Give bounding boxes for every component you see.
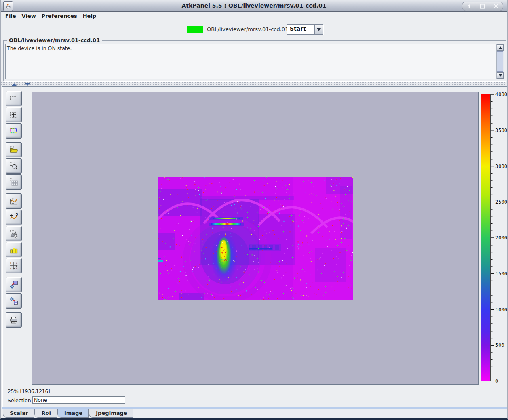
axes-settings-button[interactable]: LrrL (6, 258, 22, 273)
scroll-up-button[interactable] (497, 44, 504, 51)
combobox-arrow-button[interactable] (314, 25, 323, 34)
image-viewer-panel: 2LrrL (2, 86, 508, 407)
split-pane-divider[interactable] (1, 82, 507, 86)
command-selected-value: Start (287, 25, 314, 34)
color-scale-label: 500 (495, 342, 508, 348)
colormap-selection-button[interactable] (6, 123, 22, 139)
statistics-button[interactable] (6, 242, 22, 257)
menu-bar: FileViewPreferencesHelp (1, 12, 507, 20)
tab-roi[interactable]: Roi (34, 409, 57, 418)
device-name-label: OBL/liveviewer/mrsv.01-ccd.01 (207, 26, 288, 32)
close-button[interactable] (491, 3, 500, 10)
menu-help[interactable]: Help (82, 13, 101, 19)
move-selection-icon (8, 109, 19, 120)
color-scale-label: 2500 (495, 199, 508, 205)
color-scale-label: 1000 (495, 307, 508, 313)
menu-view[interactable]: View (21, 13, 40, 19)
atkpanel-window: AtkPanel 5.5 : OBL/liveviewer/mrsv.01-cc… (0, 0, 508, 420)
axes-settings-icon: LrrL (8, 260, 19, 271)
selection-label: Selection (8, 397, 31, 403)
color-scale-label: 4000 (495, 92, 508, 97)
color-scale-label: 3500 (495, 128, 508, 133)
triangle-up-icon (499, 46, 502, 49)
color-scale-gradient (481, 94, 491, 381)
colormap-selection-icon (8, 126, 19, 136)
maximize-button[interactable] (478, 3, 487, 10)
color-scale-label: 0 (495, 378, 508, 384)
save-settings-button[interactable] (6, 293, 22, 309)
arrow-up-icon (466, 4, 472, 9)
scrollbar-thumb[interactable] (497, 51, 503, 72)
window-title: AtkPanel 5.5 : OBL/liveviewer/mrsv.01-cc… (1, 0, 507, 11)
tab-scalar[interactable]: Scalar (3, 409, 34, 418)
zoom-selection-button[interactable] (6, 158, 22, 174)
color-scale: 40003500300025002000150010005000 (480, 92, 507, 385)
shade-button[interactable] (465, 3, 474, 10)
menu-file[interactable]: File (4, 13, 21, 19)
splitter-collapse-down-icon[interactable] (25, 83, 30, 86)
menu-preferences[interactable]: Preferences (40, 13, 82, 19)
print-icon (8, 315, 19, 325)
close-icon (493, 4, 499, 9)
chevron-down-icon (317, 28, 321, 31)
histogram-icon (8, 228, 19, 239)
tab-image[interactable]: Image (57, 409, 89, 418)
ccd-image[interactable] (158, 177, 353, 300)
line-profile-2-button[interactable]: 2 (6, 210, 22, 225)
maximize-icon (480, 4, 485, 9)
scroll-down-button[interactable] (497, 72, 504, 79)
zoom-status: 25% [1936,1216] (8, 388, 50, 394)
svg-text:L: L (16, 267, 18, 270)
triangle-down-icon (499, 74, 502, 77)
tab-jpegimage[interactable]: JpegImage (89, 409, 133, 418)
title-bar[interactable]: AtkPanel 5.5 : OBL/liveviewer/mrsv.01-cc… (1, 0, 507, 12)
line-profile-1-icon (8, 196, 19, 206)
ccd-beam-spot (211, 233, 238, 283)
color-scale-label: 3000 (495, 164, 508, 169)
device-status-groupbox: OBL/liveviewer/mrsv.01-ccd.01 The device… (3, 40, 506, 81)
open-file-icon (8, 145, 19, 155)
table-view-icon (8, 177, 19, 187)
color-scale-label: 1500 (495, 271, 508, 277)
status-message[interactable]: The device is in ON state. (6, 44, 496, 79)
load-settings-button[interactable] (6, 277, 22, 292)
select-rectangle-icon (8, 93, 19, 104)
device-state-led (187, 26, 203, 33)
move-selection-button[interactable] (6, 107, 22, 122)
color-scale-ticks (491, 94, 495, 381)
open-file-button[interactable] (6, 142, 22, 158)
svg-text:L: L (10, 262, 12, 265)
line-profile-1-button[interactable] (6, 193, 22, 209)
histogram-button[interactable] (6, 226, 22, 241)
print-button[interactable] (6, 312, 22, 328)
svg-text:r: r (10, 267, 11, 270)
selection-input[interactable] (32, 396, 125, 404)
groupbox-title: OBL/liveviewer/mrsv.01-ccd.01 (7, 37, 102, 43)
statistics-icon (8, 244, 19, 255)
load-settings-icon (8, 279, 19, 290)
status-textarea-wrap: The device is in ON state. (5, 44, 504, 79)
bottom-tab-bar: ScalarRoiImageJpegImage (3, 409, 134, 418)
save-settings-icon (8, 296, 19, 306)
svg-text:r: r (16, 262, 17, 265)
image-display-area[interactable] (32, 92, 479, 385)
line-profile-2-icon: 2 (8, 212, 19, 223)
status-scrollbar[interactable] (496, 44, 504, 79)
viewer-toolbar: 2LrrL (6, 90, 27, 328)
command-combobox[interactable]: Start (287, 24, 323, 35)
table-view-button[interactable] (6, 174, 22, 190)
splitter-collapse-up-icon[interactable] (12, 83, 17, 86)
window-controls (462, 2, 503, 11)
select-rectangle-button[interactable] (6, 91, 22, 106)
svg-text:2: 2 (16, 212, 18, 217)
zoom-selection-icon (8, 161, 19, 171)
color-scale-label: 2000 (495, 235, 508, 241)
